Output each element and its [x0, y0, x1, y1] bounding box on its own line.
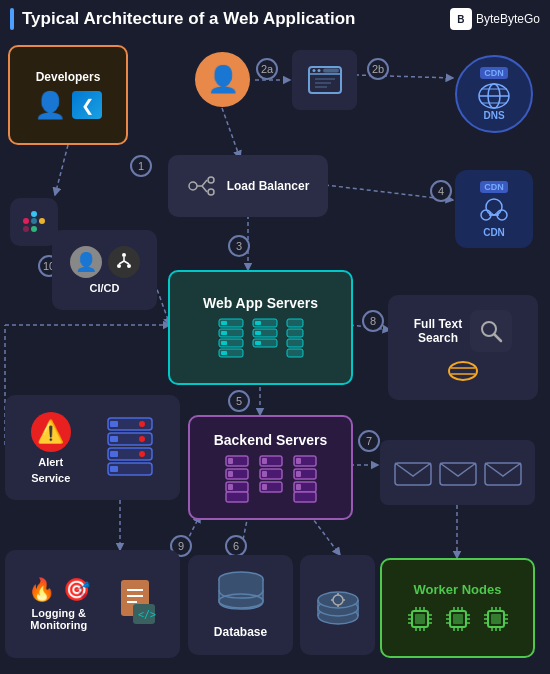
svg-rect-71	[287, 339, 303, 347]
file-svg: </>	[119, 578, 157, 626]
logging-file-icon: </>	[119, 578, 157, 630]
step-4: 4	[430, 180, 452, 202]
header: Typical Architecture of a Web Applicatio…	[10, 8, 540, 30]
server-icon-3	[285, 317, 305, 361]
envelope-icon-2	[438, 458, 478, 488]
svg-line-9	[310, 515, 340, 555]
logging-service-icons: 🔥 🎯	[28, 577, 90, 603]
svg-rect-18	[23, 218, 29, 224]
svg-point-32	[312, 69, 315, 72]
backend-server-3	[292, 454, 318, 504]
svg-point-54	[208, 189, 214, 195]
svg-line-105	[494, 334, 501, 341]
backend-servers-label: Backend Servers	[214, 432, 328, 448]
svg-rect-94	[110, 421, 118, 427]
svg-point-25	[117, 264, 121, 268]
svg-rect-69	[287, 319, 303, 327]
dns-icon	[477, 82, 511, 110]
backend-servers-box: Backend Servers	[188, 415, 353, 520]
step-2b: 2b	[367, 58, 389, 80]
server-icon-1	[217, 317, 245, 361]
svg-line-28	[119, 261, 124, 264]
slack-icon-box	[10, 198, 58, 246]
svg-rect-81	[262, 458, 267, 464]
step-7: 7	[358, 430, 380, 452]
dns-box: CDN DNS	[455, 55, 533, 133]
svg-rect-78	[228, 484, 233, 490]
cpu-icon-1	[404, 603, 436, 635]
svg-rect-89	[296, 471, 301, 477]
svg-point-49	[189, 182, 197, 190]
svg-point-24	[122, 253, 126, 257]
cdn-label: CDN	[483, 227, 505, 238]
alert-label: Alert	[38, 456, 63, 468]
svg-point-98	[139, 436, 145, 442]
object-storage-icon	[311, 578, 365, 632]
svg-point-106	[449, 362, 477, 380]
object-storage-box	[300, 555, 375, 655]
cicd-icons: 👤	[70, 246, 140, 278]
step-8: 8	[362, 310, 384, 332]
browser-box	[292, 50, 357, 110]
web-servers-icons	[217, 317, 305, 361]
svg-rect-22	[31, 226, 37, 232]
github-svg	[114, 252, 134, 272]
svg-rect-34	[323, 69, 339, 73]
svg-rect-97	[110, 436, 118, 442]
worker-nodes-box: Worker Nodes	[380, 558, 535, 658]
cicd-label: CI/CD	[90, 282, 120, 294]
svg-rect-72	[287, 349, 303, 357]
fts-labels: Full Text Search	[414, 317, 462, 345]
svg-rect-62	[221, 351, 227, 355]
svg-rect-21	[31, 218, 37, 224]
developers-label: Developers	[36, 70, 101, 84]
step-2a: 2a	[256, 58, 278, 80]
fts-content: Full Text Search	[414, 310, 512, 352]
alert-icon: ⚠️	[31, 412, 71, 452]
title-text: Typical Architecture of a Web Applicatio…	[22, 9, 355, 29]
cpu-icon-3	[480, 603, 512, 635]
page-title: Typical Architecture of a Web Applicatio…	[10, 8, 355, 30]
svg-point-26	[127, 264, 131, 268]
svg-rect-85	[262, 484, 267, 490]
alert-server-svg	[106, 416, 154, 476]
backend-server-2	[258, 454, 284, 504]
search-icon-box	[470, 310, 512, 352]
svg-rect-100	[110, 451, 118, 457]
load-balancer-box: Load Balancer	[168, 155, 328, 217]
logging-label2: Monitoring	[30, 619, 87, 631]
backend-server-1	[224, 454, 250, 504]
svg-rect-103	[110, 466, 118, 472]
cdn-badge: CDN	[480, 181, 508, 193]
person-icon: 👤	[34, 90, 66, 121]
full-text-search-box: Full Text Search	[388, 295, 538, 400]
dns-label: DNS	[483, 110, 504, 121]
svg-rect-92	[294, 492, 316, 502]
server-icon-2	[251, 317, 279, 361]
svg-rect-64	[255, 321, 261, 325]
elasticsearch-icon	[447, 360, 479, 386]
browser-icon	[307, 65, 343, 95]
load-balancer-icon	[187, 174, 217, 198]
svg-rect-91	[296, 484, 301, 490]
cdn-icon	[476, 195, 512, 225]
svg-point-101	[139, 451, 145, 457]
svg-rect-19	[23, 226, 29, 232]
svg-line-51	[202, 180, 207, 186]
envelope-icon-1	[393, 458, 433, 488]
user-icon: 👤	[207, 64, 239, 95]
worker-icons	[404, 603, 512, 635]
database-label: Database	[214, 625, 267, 639]
svg-line-2	[222, 108, 240, 158]
worker-nodes-label: Worker Nodes	[414, 582, 502, 597]
svg-line-52	[202, 186, 207, 192]
svg-point-53	[208, 177, 214, 183]
svg-rect-68	[255, 341, 261, 345]
svg-rect-87	[296, 458, 301, 464]
svg-rect-56	[221, 321, 227, 325]
svg-rect-79	[226, 492, 248, 502]
cicd-person-icon: 👤	[70, 246, 102, 278]
svg-rect-127	[453, 614, 463, 624]
svg-rect-74	[228, 458, 233, 464]
svg-rect-20	[31, 211, 37, 217]
